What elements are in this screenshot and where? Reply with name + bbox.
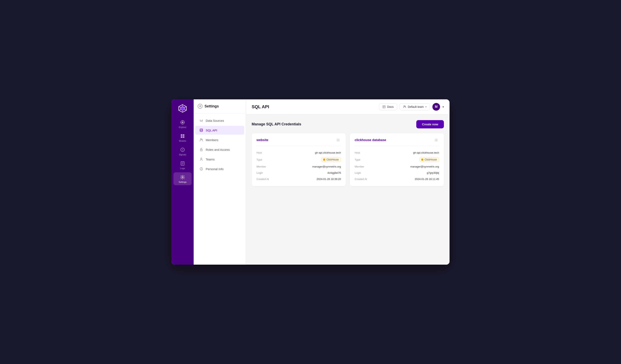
svg-rect-18 bbox=[183, 136, 184, 138]
docs-button[interactable]: Docs bbox=[379, 104, 397, 110]
card-field-created-1: Created At 2024-01-26 16:11:45 bbox=[355, 176, 439, 182]
team-label: Default team bbox=[408, 105, 424, 108]
nav-explore-label: Explore bbox=[179, 126, 186, 128]
credential-card-website: website Host gh-api.clickhouse.tech bbox=[252, 133, 346, 186]
nav-settings-label: Settings bbox=[178, 181, 187, 183]
field-label-created-0: Created At bbox=[257, 178, 269, 181]
card-name-website: website bbox=[257, 138, 268, 142]
type-badge-value-1: ClickHouse bbox=[425, 158, 437, 161]
card-field-login-0: Login 4x4qg8ei76 bbox=[257, 170, 341, 176]
type-badge-dot-0 bbox=[323, 159, 325, 161]
user-avatar[interactable]: M bbox=[432, 103, 440, 111]
docs-icon bbox=[382, 105, 386, 108]
user-menu-chevron-icon[interactable]: ▾ bbox=[443, 105, 444, 108]
members-icon bbox=[199, 138, 203, 142]
section-header: Manage SQL API Credentials Create now bbox=[252, 120, 444, 128]
main-body: Manage SQL API Credentials Create now we… bbox=[246, 115, 449, 265]
svg-point-40 bbox=[404, 106, 405, 107]
svg-point-29 bbox=[202, 139, 203, 140]
teams-icon bbox=[199, 157, 203, 161]
field-label-login-0: Login bbox=[257, 171, 263, 174]
field-label-created-1: Created At bbox=[355, 178, 367, 181]
data-sources-label: Data Sources bbox=[206, 119, 224, 122]
type-badge-0: ClickHouse bbox=[321, 157, 341, 162]
section-title: Manage SQL API Credentials bbox=[252, 122, 301, 126]
models-icon bbox=[180, 133, 185, 139]
field-value-login-1: g7grp30jbj bbox=[427, 171, 439, 174]
field-value-login-0: 4x4qg8ei76 bbox=[328, 171, 341, 174]
explore-icon bbox=[180, 120, 185, 125]
signals-icon: ! bbox=[180, 147, 185, 153]
teams-label: Teams bbox=[206, 158, 215, 161]
type-badge-dot-1 bbox=[421, 159, 423, 161]
chevron-down-icon: ▾ bbox=[425, 105, 427, 108]
roles-access-icon bbox=[199, 148, 203, 152]
card-field-type-0: Type ClickHouse bbox=[257, 156, 341, 163]
credentials-grid: website Host gh-api.clickhouse.tech bbox=[252, 133, 444, 186]
svg-rect-17 bbox=[181, 136, 182, 138]
page-title: SQL API bbox=[252, 104, 269, 109]
type-badge-1: ClickHouse bbox=[419, 157, 439, 162]
members-label: Members bbox=[206, 138, 218, 142]
field-value-host-1: gh-api.clickhouse.tech bbox=[413, 151, 439, 154]
field-label-login-1: Login bbox=[355, 171, 361, 174]
sidebar: ⚙ Settings Data Sources bbox=[194, 99, 246, 265]
field-value-created-0: 2024-01-26 18:39:20 bbox=[317, 178, 341, 181]
svg-rect-16 bbox=[183, 134, 184, 136]
sql-api-label: SQL API bbox=[206, 129, 217, 132]
nav-signals-label: Signals bbox=[179, 153, 186, 156]
sidebar-item-roles-access[interactable]: Roles and Access bbox=[195, 145, 244, 154]
field-label-member-1: Member bbox=[355, 165, 364, 168]
sidebar-item-sql-api[interactable]: SQL API bbox=[195, 126, 244, 135]
card-settings-website[interactable] bbox=[335, 137, 341, 143]
svg-text:!: ! bbox=[182, 148, 183, 151]
nav-item-logs[interactable]: Logs bbox=[173, 159, 192, 172]
card-field-host-1: Host gh-api.clickhouse.tech bbox=[355, 150, 439, 156]
sidebar-title: Settings bbox=[205, 104, 219, 108]
header-actions: Docs Default team ▾ M ▾ bbox=[379, 103, 444, 111]
sidebar-item-data-sources[interactable]: Data Sources bbox=[195, 116, 244, 125]
nav-item-settings[interactable]: Settings bbox=[173, 172, 192, 185]
team-icon bbox=[403, 105, 406, 108]
credential-card-clickhouse: clickhouse database Host gh-api.clickhou… bbox=[350, 133, 444, 186]
sidebar-item-teams[interactable]: Teams bbox=[195, 155, 244, 164]
svg-point-28 bbox=[200, 139, 202, 140]
field-value-member-1: manager@synmetrix.org bbox=[410, 165, 439, 168]
main-header: SQL API Docs bbox=[246, 99, 449, 115]
data-sources-icon bbox=[199, 119, 203, 122]
settings-icon: ⚙ bbox=[198, 104, 203, 109]
main-content: SQL API Docs bbox=[246, 99, 449, 265]
nav-models-label: Models bbox=[179, 140, 186, 142]
field-value-host-0: gh-api.clickhouse.tech bbox=[315, 151, 341, 154]
card-name-clickhouse: clickhouse database bbox=[355, 138, 386, 142]
sql-api-icon bbox=[199, 128, 203, 132]
field-value-member-0: manager@synmetrix.org bbox=[312, 165, 341, 168]
field-label: Host bbox=[257, 151, 262, 154]
sidebar-item-members[interactable]: Members bbox=[195, 136, 244, 144]
nav-item-explore[interactable]: Explore bbox=[173, 118, 192, 130]
sidebar-menu: Data Sources SQL API bbox=[194, 113, 246, 176]
card-settings-clickhouse[interactable] bbox=[433, 137, 439, 143]
card-field-type-1: Type ClickHouse bbox=[355, 156, 439, 163]
roles-access-label: Roles and Access bbox=[206, 148, 230, 151]
sidebar-header: ⚙ Settings bbox=[194, 99, 246, 113]
logs-icon bbox=[180, 161, 185, 166]
svg-point-32 bbox=[201, 158, 202, 159]
field-label-type-0: Type bbox=[257, 158, 262, 161]
card-header-website: website bbox=[257, 137, 341, 146]
type-badge-value-0: ClickHouse bbox=[327, 158, 339, 161]
nav-item-models[interactable]: Models bbox=[173, 131, 192, 144]
field-label-member-0: Member bbox=[257, 165, 266, 168]
card-field-created-0: Created At 2024-01-26 18:39:20 bbox=[257, 176, 341, 182]
svg-point-10 bbox=[182, 121, 183, 123]
card-header-clickhouse: clickhouse database bbox=[355, 137, 439, 146]
app-logo bbox=[177, 104, 188, 113]
create-now-button[interactable]: Create now bbox=[416, 120, 444, 128]
field-label-host-1: Host bbox=[355, 151, 360, 154]
sidebar-item-personal-info[interactable]: Personal Info bbox=[195, 164, 244, 173]
svg-point-25 bbox=[182, 176, 183, 178]
team-selector[interactable]: Default team ▾ bbox=[399, 104, 430, 110]
svg-point-43 bbox=[436, 140, 437, 141]
nav-item-signals[interactable]: ! Signals bbox=[173, 145, 192, 158]
field-value-created-1: 2024-01-26 16:11:45 bbox=[415, 178, 439, 181]
